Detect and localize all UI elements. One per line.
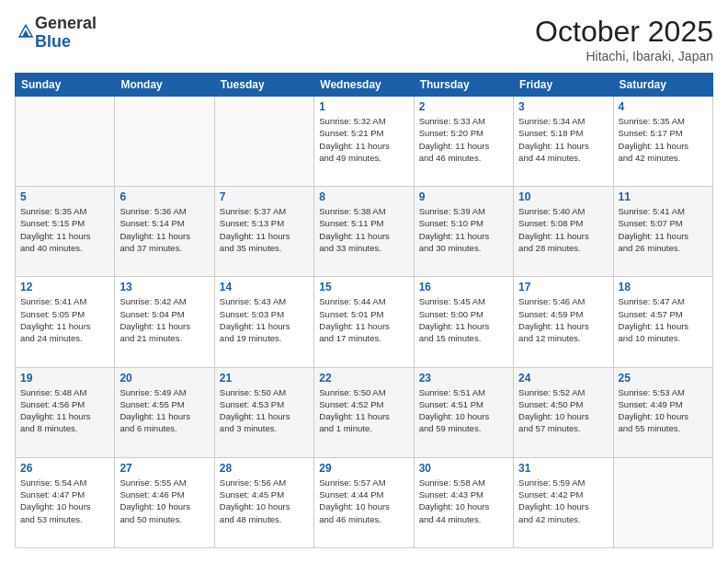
day-number: 27 <box>119 462 209 475</box>
day-info: Sunrise: 5:38 AM Sunset: 5:11 PM Dayligh… <box>319 205 408 254</box>
day-info: Sunrise: 5:35 AM Sunset: 5:17 PM Dayligh… <box>619 115 708 164</box>
day-info: Sunrise: 5:40 AM Sunset: 5:08 PM Dayligh… <box>518 205 608 254</box>
day-number: 2 <box>419 100 508 113</box>
weekday-header-monday: Monday <box>115 74 214 97</box>
calendar-cell: 27Sunrise: 5:55 AM Sunset: 4:46 PM Dayli… <box>115 457 214 547</box>
calendar-cell: 16Sunrise: 5:45 AM Sunset: 5:00 PM Dayli… <box>414 277 513 367</box>
day-info: Sunrise: 5:50 AM Sunset: 4:53 PM Dayligh… <box>220 386 309 435</box>
calendar-cell: 23Sunrise: 5:51 AM Sunset: 4:51 PM Dayli… <box>414 367 513 457</box>
day-info: Sunrise: 5:47 AM Sunset: 4:57 PM Dayligh… <box>619 295 708 344</box>
calendar-cell: 2Sunrise: 5:33 AM Sunset: 5:20 PM Daylig… <box>414 97 513 187</box>
day-info: Sunrise: 5:54 AM Sunset: 4:47 PM Dayligh… <box>20 477 109 525</box>
calendar-cell <box>613 457 712 547</box>
day-number: 14 <box>220 281 309 293</box>
day-number: 8 <box>319 190 408 203</box>
day-info: Sunrise: 5:33 AM Sunset: 5:20 PM Dayligh… <box>419 115 508 164</box>
day-info: Sunrise: 5:46 AM Sunset: 4:59 PM Dayligh… <box>518 295 608 344</box>
day-number: 25 <box>619 372 708 385</box>
calendar-cell: 29Sunrise: 5:57 AM Sunset: 4:44 PM Dayli… <box>314 457 414 547</box>
day-number: 29 <box>319 462 408 475</box>
day-number: 9 <box>419 190 508 203</box>
calendar-cell: 22Sunrise: 5:50 AM Sunset: 4:52 PM Dayli… <box>314 367 414 457</box>
calendar-cell: 9Sunrise: 5:39 AM Sunset: 5:10 PM Daylig… <box>414 187 513 277</box>
day-number: 21 <box>220 372 309 385</box>
day-info: Sunrise: 5:43 AM Sunset: 5:03 PM Dayligh… <box>220 295 309 344</box>
calendar-cell: 10Sunrise: 5:40 AM Sunset: 5:08 PM Dayli… <box>514 187 613 277</box>
day-number: 20 <box>119 372 209 385</box>
calendar-cell: 30Sunrise: 5:58 AM Sunset: 4:43 PM Dayli… <box>414 457 513 547</box>
day-info: Sunrise: 5:37 AM Sunset: 5:13 PM Dayligh… <box>220 205 309 254</box>
calendar-cell <box>115 97 214 187</box>
calendar-cell: 19Sunrise: 5:48 AM Sunset: 4:56 PM Dayli… <box>16 367 115 457</box>
calendar-cell: 25Sunrise: 5:53 AM Sunset: 4:49 PM Dayli… <box>613 367 712 457</box>
day-info: Sunrise: 5:36 AM Sunset: 5:14 PM Dayligh… <box>119 205 209 254</box>
day-info: Sunrise: 5:44 AM Sunset: 5:01 PM Dayligh… <box>319 295 408 344</box>
day-number: 12 <box>20 281 109 293</box>
day-info: Sunrise: 5:34 AM Sunset: 5:18 PM Dayligh… <box>518 115 608 164</box>
day-number: 19 <box>20 372 109 385</box>
logo-blue-text: Blue <box>35 32 71 51</box>
day-number: 30 <box>419 462 508 475</box>
calendar-cell: 31Sunrise: 5:59 AM Sunset: 4:42 PM Dayli… <box>514 457 613 547</box>
day-info: Sunrise: 5:57 AM Sunset: 4:44 PM Dayligh… <box>319 477 408 525</box>
day-number: 13 <box>119 281 209 293</box>
weekday-header-wednesday: Wednesday <box>314 74 414 97</box>
calendar-cell: 3Sunrise: 5:34 AM Sunset: 5:18 PM Daylig… <box>514 97 613 187</box>
day-number: 24 <box>518 372 608 385</box>
general-blue-icon <box>17 22 35 40</box>
calendar-cell: 21Sunrise: 5:50 AM Sunset: 4:53 PM Dayli… <box>214 367 313 457</box>
day-number: 28 <box>220 462 309 475</box>
day-number: 16 <box>419 281 508 293</box>
calendar-cell: 13Sunrise: 5:42 AM Sunset: 5:04 PM Dayli… <box>115 277 214 367</box>
day-number: 11 <box>619 190 708 203</box>
calendar-cell: 12Sunrise: 5:41 AM Sunset: 5:05 PM Dayli… <box>16 277 115 367</box>
weekday-header-tuesday: Tuesday <box>214 74 313 97</box>
day-info: Sunrise: 5:49 AM Sunset: 4:55 PM Dayligh… <box>119 386 209 435</box>
day-number: 4 <box>619 100 708 113</box>
day-number: 10 <box>518 190 608 203</box>
day-info: Sunrise: 5:56 AM Sunset: 4:45 PM Dayligh… <box>220 477 309 525</box>
calendar-cell: 15Sunrise: 5:44 AM Sunset: 5:01 PM Dayli… <box>314 277 414 367</box>
location-text: Hitachi, Ibaraki, Japan <box>535 49 713 63</box>
day-number: 3 <box>518 100 608 113</box>
day-number: 26 <box>20 462 109 475</box>
calendar-cell: 17Sunrise: 5:46 AM Sunset: 4:59 PM Dayli… <box>514 277 613 367</box>
day-number: 22 <box>319 372 408 385</box>
day-info: Sunrise: 5:52 AM Sunset: 4:50 PM Dayligh… <box>518 386 608 435</box>
calendar-table: SundayMondayTuesdayWednesdayThursdayFrid… <box>15 73 713 548</box>
day-number: 6 <box>119 190 209 203</box>
calendar-cell <box>214 97 313 187</box>
day-info: Sunrise: 5:53 AM Sunset: 4:49 PM Dayligh… <box>619 386 708 435</box>
logo: General Blue <box>15 15 97 52</box>
day-info: Sunrise: 5:51 AM Sunset: 4:51 PM Dayligh… <box>419 386 508 435</box>
weekday-header-thursday: Thursday <box>414 74 513 97</box>
page-header: General Blue October 2025 Hitachi, Ibara… <box>15 15 713 63</box>
calendar-cell: 24Sunrise: 5:52 AM Sunset: 4:50 PM Dayli… <box>514 367 613 457</box>
calendar-cell: 20Sunrise: 5:49 AM Sunset: 4:55 PM Dayli… <box>115 367 214 457</box>
day-info: Sunrise: 5:55 AM Sunset: 4:46 PM Dayligh… <box>119 477 209 525</box>
calendar-cell: 4Sunrise: 5:35 AM Sunset: 5:17 PM Daylig… <box>613 97 712 187</box>
calendar-cell: 14Sunrise: 5:43 AM Sunset: 5:03 PM Dayli… <box>214 277 313 367</box>
calendar-cell: 1Sunrise: 5:32 AM Sunset: 5:21 PM Daylig… <box>314 97 414 187</box>
calendar-cell: 18Sunrise: 5:47 AM Sunset: 4:57 PM Dayli… <box>613 277 712 367</box>
weekday-header-saturday: Saturday <box>613 74 712 97</box>
day-info: Sunrise: 5:41 AM Sunset: 5:05 PM Dayligh… <box>20 295 109 344</box>
calendar-cell: 26Sunrise: 5:54 AM Sunset: 4:47 PM Dayli… <box>16 457 115 547</box>
calendar-cell: 5Sunrise: 5:35 AM Sunset: 5:15 PM Daylig… <box>16 187 115 277</box>
weekday-header-sunday: Sunday <box>16 74 115 97</box>
calendar-cell: 11Sunrise: 5:41 AM Sunset: 5:07 PM Dayli… <box>613 187 712 277</box>
day-info: Sunrise: 5:39 AM Sunset: 5:10 PM Dayligh… <box>419 205 508 254</box>
day-number: 18 <box>619 281 708 293</box>
day-number: 7 <box>220 190 309 203</box>
calendar-cell: 8Sunrise: 5:38 AM Sunset: 5:11 PM Daylig… <box>314 187 414 277</box>
day-info: Sunrise: 5:58 AM Sunset: 4:43 PM Dayligh… <box>419 477 508 525</box>
day-info: Sunrise: 5:41 AM Sunset: 5:07 PM Dayligh… <box>619 205 708 254</box>
day-info: Sunrise: 5:50 AM Sunset: 4:52 PM Dayligh… <box>319 386 408 435</box>
month-title: October 2025 <box>535 15 713 49</box>
calendar-cell: 6Sunrise: 5:36 AM Sunset: 5:14 PM Daylig… <box>115 187 214 277</box>
day-info: Sunrise: 5:48 AM Sunset: 4:56 PM Dayligh… <box>20 386 109 435</box>
day-number: 23 <box>419 372 508 385</box>
day-number: 17 <box>518 281 608 293</box>
title-block: October 2025 Hitachi, Ibaraki, Japan <box>535 15 713 63</box>
calendar-cell <box>16 97 115 187</box>
